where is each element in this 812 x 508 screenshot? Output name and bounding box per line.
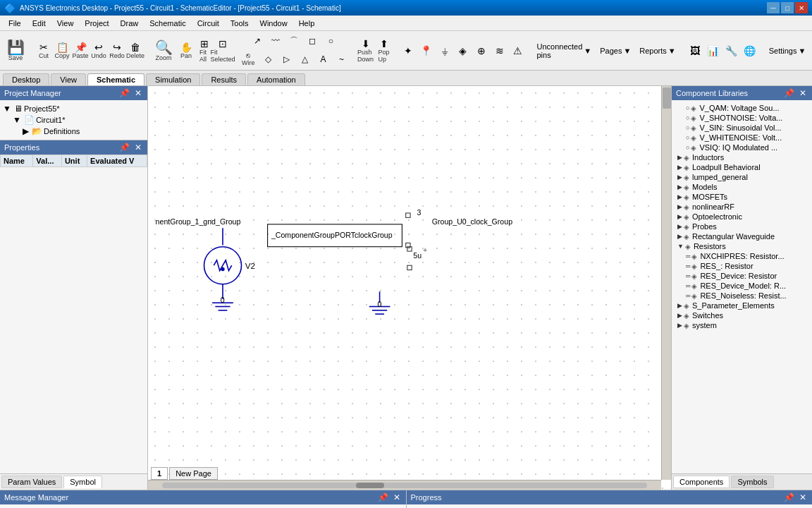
- prog-close-button[interactable]: ✕: [798, 492, 808, 502]
- maximize-button[interactable]: □: [781, 2, 794, 13]
- tool-btn-6[interactable]: ◇: [260, 50, 277, 68]
- unconnected-pins-button[interactable]: Unconnected pins ▼: [534, 40, 596, 61]
- new-page-tab[interactable]: New Page: [169, 467, 218, 480]
- lib-item-12[interactable]: ▶◈Probes: [675, 222, 809, 231]
- menu-help[interactable]: Help: [293, 18, 321, 29]
- lib-item-3[interactable]: ○◈V_WHITENOISE: Volt...: [675, 133, 809, 143]
- icon-btn2[interactable]: 📊: [705, 42, 722, 59]
- lib-item-0[interactable]: ○◈V_QAM: Voltage Sou...: [675, 103, 809, 113]
- menu-window[interactable]: Window: [254, 18, 293, 29]
- drc-btn[interactable]: ⚠: [510, 42, 527, 59]
- net-btn[interactable]: ≋: [491, 42, 508, 59]
- lib-item-21[interactable]: ▶◈Switches: [675, 310, 809, 320]
- menu-draw[interactable]: Draw: [115, 18, 144, 29]
- tool-btn-10[interactable]: ~: [333, 50, 350, 68]
- tool-btn-7[interactable]: ▷: [278, 50, 295, 68]
- lib-item-4[interactable]: ○◈VSIQ: IQ Modulated ...: [675, 143, 809, 152]
- tool-btn-2[interactable]: 〰: [267, 32, 284, 49]
- param-tab-symbol[interactable]: Symbol: [63, 476, 102, 488]
- tool-btn-5[interactable]: ○: [322, 32, 339, 49]
- icon-btn4[interactable]: 🌐: [742, 42, 758, 59]
- tool-btn-1[interactable]: ↗: [249, 32, 266, 49]
- tab-schematic[interactable]: Schematic: [87, 73, 144, 85]
- lib-item-14[interactable]: ▼◈Resistors: [675, 241, 809, 251]
- copy-button[interactable]: 📋 Copy: [54, 40, 70, 61]
- tab-desktop[interactable]: Desktop: [3, 73, 49, 85]
- tab-results[interactable]: Results: [202, 73, 246, 85]
- tree-item-circuit[interactable]: ▼ 📄 Circuit1*: [13, 114, 144, 126]
- lib-item-19[interactable]: ═◈RES_Noiseless: Resist...: [675, 291, 809, 301]
- menu-tools[interactable]: Tools: [225, 18, 254, 29]
- pop-up-button[interactable]: ⬆ Pop Up: [376, 37, 393, 65]
- lib-item-17[interactable]: ═◈RES_Device: Resistor: [675, 271, 809, 281]
- push-down-button[interactable]: ⬇ Push Down: [357, 37, 374, 65]
- redo-button[interactable]: ↪ Redo: [109, 40, 125, 61]
- tab-simulation[interactable]: Simulation: [146, 73, 200, 85]
- lib-item-13[interactable]: ▶◈Rectangular Waveguide: [675, 231, 809, 241]
- wire-button[interactable]: ⎋ Wire: [238, 50, 259, 68]
- settings-button[interactable]: Settings ▼: [765, 44, 810, 57]
- prop-pin-button[interactable]: 📌: [118, 143, 131, 152]
- tool-btn-4[interactable]: ◻: [304, 32, 321, 49]
- reports-button[interactable]: Reports ▼: [636, 44, 679, 57]
- tool-btn-9[interactable]: A: [315, 50, 332, 68]
- lib-item-1[interactable]: ○◈V_SHOTNOISE: Volta...: [675, 113, 809, 123]
- undo-button[interactable]: ↩ Undo: [90, 40, 107, 61]
- lib-item-22[interactable]: ▶◈system: [675, 320, 809, 330]
- icon-btn1[interactable]: 🖼: [687, 42, 703, 59]
- lib-item-10[interactable]: ▶◈nonlinearRF: [675, 202, 809, 212]
- minimize-button[interactable]: ─: [767, 2, 780, 13]
- menu-edit[interactable]: Edit: [27, 18, 51, 29]
- lib-item-9[interactable]: ▶◈MOSFETs: [675, 192, 809, 202]
- scrollbar-v-thumb[interactable]: [663, 87, 671, 109]
- menu-project[interactable]: Project: [79, 18, 114, 29]
- lib-item-6[interactable]: ▶◈Loadpull Behavioral: [675, 162, 809, 172]
- save-button[interactable]: 💾 Save: [3, 38, 28, 64]
- tree-item-definitions[interactable]: ▶ 📂 Definitions: [23, 126, 144, 137]
- canvas-scrollbar-horizontal[interactable]: [148, 480, 661, 490]
- canvas-scrollbar-vertical[interactable]: [661, 86, 671, 480]
- cl-tab-components[interactable]: Components: [673, 476, 730, 488]
- menu-schematic[interactable]: Schematic: [144, 18, 191, 29]
- pm-pin-button[interactable]: 📌: [118, 88, 131, 98]
- lib-item-16[interactable]: ═◈RES_: Resistor: [675, 261, 809, 271]
- prog-pin-button[interactable]: 📌: [782, 492, 796, 502]
- fit-selected-button[interactable]: ⊡ Fit Selected: [214, 37, 231, 65]
- lib-item-15[interactable]: ═◈NXCHIPRES: Resistor...: [675, 251, 809, 261]
- lib-item-2[interactable]: ○◈V_SIN: Sinusoidal Vol...: [675, 123, 809, 133]
- pan-button[interactable]: ✋ Pan: [178, 40, 195, 61]
- lib-item-20[interactable]: ▶◈S_Parameter_Elements: [675, 301, 809, 310]
- port-btn[interactable]: ◈: [455, 42, 472, 59]
- tool-btn-3[interactable]: ⌒: [285, 32, 302, 49]
- pages-button[interactable]: Pages ▼: [596, 44, 634, 57]
- msg-pin-button[interactable]: 📌: [376, 492, 390, 502]
- scrollbar-h-thumb[interactable]: [356, 483, 384, 488]
- msg-close-button[interactable]: ✕: [392, 492, 402, 502]
- gnd-btn[interactable]: ⏚: [436, 42, 453, 59]
- tab-view[interactable]: View: [51, 73, 86, 85]
- lib-item-7[interactable]: ▶◈lumped_general: [675, 172, 809, 182]
- lib-item-8[interactable]: ▶◈Models: [675, 182, 809, 192]
- page-tab-1[interactable]: 1: [151, 467, 168, 480]
- paste-button[interactable]: 📌 Paste: [72, 40, 89, 61]
- close-button[interactable]: ✕: [795, 2, 808, 13]
- probe-btn[interactable]: 📍: [418, 42, 435, 59]
- marker-btn[interactable]: ✦: [400, 42, 417, 59]
- param-tab-values[interactable]: Param Values: [1, 476, 62, 488]
- cl-pin-button[interactable]: 📌: [782, 88, 796, 98]
- cl-tab-symbols[interactable]: Symbols: [731, 476, 773, 488]
- pm-close-button[interactable]: ✕: [133, 88, 143, 98]
- lib-item-18[interactable]: ═◈RES_Device_Model: R...: [675, 281, 809, 291]
- delete-button[interactable]: 🗑 Delete: [127, 40, 144, 61]
- lib-item-5[interactable]: ▶◈Inductors: [675, 152, 809, 162]
- comp-btn[interactable]: ⊕: [473, 42, 490, 59]
- prop-close-button[interactable]: ✕: [133, 143, 143, 152]
- zoom-button[interactable]: 🔍 Zoom: [151, 38, 176, 64]
- menu-view[interactable]: View: [51, 18, 80, 29]
- cl-close-button[interactable]: ✕: [798, 88, 808, 98]
- menu-file[interactable]: File: [3, 18, 27, 29]
- tab-automation[interactable]: Automation: [247, 73, 305, 85]
- schematic-canvas[interactable]: nentGroup_1_gnd_Group _ComponentGroupPOR…: [148, 86, 671, 490]
- tool-btn-8[interactable]: △: [297, 50, 314, 68]
- tree-item-project[interactable]: ▼ 🖥 Project55*: [3, 103, 144, 114]
